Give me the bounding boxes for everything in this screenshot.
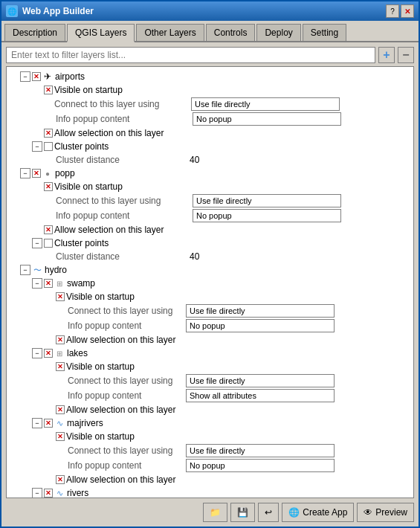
add-layer-button[interactable]: + bbox=[378, 47, 395, 63]
tab-other-layers[interactable]: Other Layers bbox=[136, 24, 204, 41]
list-item: Info popup content bbox=[7, 318, 413, 333]
create-app-label: Create App bbox=[303, 507, 347, 518]
majrivers-popup-input[interactable] bbox=[186, 459, 335, 472]
create-app-button[interactable]: 🌐 Create App bbox=[282, 503, 354, 522]
airports-popup-value-cell bbox=[193, 112, 412, 126]
list-item: Connect to this layer using bbox=[7, 443, 413, 458]
tab-setting[interactable]: Setting bbox=[303, 24, 346, 41]
swamp-selection-check[interactable]: ✕ bbox=[56, 335, 65, 344]
airports-cluster-expand[interactable]: − bbox=[32, 141, 42, 152]
airports-startup-check[interactable]: ✕ bbox=[44, 86, 53, 94]
majrivers-startup-check[interactable]: ✕ bbox=[56, 432, 65, 441]
list-item: ✕ Allow selection on this layer bbox=[7, 223, 413, 236]
list-item: Connect to this layer using bbox=[7, 373, 413, 388]
help-button[interactable]: ? bbox=[386, 4, 399, 18]
popp-selection-check[interactable]: ✕ bbox=[44, 225, 53, 234]
popp-visible-check[interactable]: ✕ bbox=[32, 169, 41, 178]
remove-layer-button[interactable]: − bbox=[398, 47, 414, 63]
list-item: ✕ Visible on startup bbox=[7, 360, 413, 373]
folder-button[interactable]: 📁 bbox=[203, 503, 227, 522]
undo-icon: ↩ bbox=[265, 507, 272, 518]
majrivers-connect-input[interactable] bbox=[186, 444, 335, 457]
undo-button[interactable]: ↩ bbox=[258, 503, 279, 522]
expand-hydro[interactable]: − bbox=[20, 265, 30, 275]
list-item: − Cluster points bbox=[7, 236, 413, 250]
tab-controls[interactable]: Controls bbox=[206, 24, 256, 41]
lakes-popup-value-cell bbox=[186, 389, 412, 402]
list-item: Cluster distance 40 bbox=[7, 250, 413, 263]
expand-popp[interactable]: − bbox=[20, 168, 30, 178]
list-item: − ✕ ⊞ swamp bbox=[7, 277, 413, 290]
save-icon: 💾 bbox=[237, 507, 248, 518]
airports-popup-label: Info popup content bbox=[56, 114, 190, 124]
swamp-label: swamp bbox=[67, 278, 95, 289]
tab-qgis-layers[interactable]: QGIS Layers bbox=[67, 24, 135, 42]
preview-label: Preview bbox=[375, 507, 407, 518]
popp-startup-check[interactable]: ✕ bbox=[44, 182, 53, 191]
window-controls: ? ✕ bbox=[386, 4, 414, 18]
expand-rivers[interactable]: − bbox=[32, 488, 42, 498]
majrivers-startup-label: Visible on startup bbox=[66, 431, 135, 442]
lakes-selection-label: Allow selection on this layer bbox=[66, 405, 175, 415]
list-item: ✕ Visible on startup bbox=[7, 430, 413, 443]
preview-icon: 👁 bbox=[364, 507, 372, 518]
popp-startup-label: Visible on startup bbox=[54, 181, 123, 192]
list-item: Info popup content bbox=[7, 458, 413, 473]
majrivers-selection-check[interactable]: ✕ bbox=[56, 475, 65, 484]
list-item: − Cluster points bbox=[7, 140, 413, 153]
tab-description[interactable]: Description bbox=[4, 24, 65, 41]
swamp-connect-label: Connect to this layer using bbox=[68, 306, 183, 316]
swamp-visible-check[interactable]: ✕ bbox=[44, 279, 53, 288]
title-bar: 🌐 Web App Builder ? ✕ bbox=[1, 1, 419, 21]
lakes-startup-check[interactable]: ✕ bbox=[56, 362, 65, 371]
airports-cluster-check[interactable] bbox=[44, 142, 53, 151]
hydro-label: hydro bbox=[45, 265, 67, 275]
majrivers-connect-value-cell bbox=[186, 444, 412, 457]
popp-cluster-dist-label: Cluster distance bbox=[56, 251, 190, 262]
expand-airports[interactable]: − bbox=[20, 71, 30, 82]
lakes-icon: ⊞ bbox=[54, 348, 65, 358]
majrivers-connect-label: Connect to this layer using bbox=[68, 445, 183, 456]
list-item: Connect to this layer using bbox=[7, 193, 413, 208]
airports-popup-input[interactable] bbox=[193, 112, 341, 126]
rivers-visible-check[interactable]: ✕ bbox=[44, 489, 53, 498]
list-item: − ✕ ⊞ lakes bbox=[7, 347, 413, 360]
swamp-startup-check[interactable]: ✕ bbox=[56, 292, 65, 301]
tab-deploy[interactable]: Deploy bbox=[256, 24, 300, 41]
layers-tree[interactable]: − ✕ ✈ airports ✕ Visible on startup Conn… bbox=[6, 66, 414, 498]
search-input[interactable] bbox=[6, 47, 375, 63]
list-item: ✕ Visible on startup bbox=[7, 290, 413, 303]
lakes-selection-check[interactable]: ✕ bbox=[56, 405, 65, 414]
popp-cluster-dist-value: 40 bbox=[190, 251, 199, 262]
swamp-connect-input[interactable] bbox=[186, 304, 335, 318]
close-button[interactable]: ✕ bbox=[401, 4, 414, 18]
lakes-connect-value-cell bbox=[186, 374, 412, 387]
list-item: Info popup content bbox=[7, 208, 413, 223]
lakes-visible-check[interactable]: ✕ bbox=[44, 349, 53, 358]
majrivers-visible-check[interactable]: ✕ bbox=[44, 419, 53, 428]
preview-button[interactable]: 👁 Preview bbox=[357, 503, 414, 522]
swamp-popup-input[interactable] bbox=[186, 319, 335, 332]
popp-popup-input[interactable] bbox=[193, 209, 341, 222]
bottom-bar: 📁 💾 ↩ 🌐 Create App 👁 Preview bbox=[1, 498, 419, 527]
save-button[interactable]: 💾 bbox=[230, 503, 255, 522]
lakes-popup-input[interactable] bbox=[186, 389, 335, 402]
expand-swamp[interactable]: − bbox=[32, 278, 42, 289]
popp-cluster-expand[interactable]: − bbox=[32, 238, 42, 248]
airports-label: airports bbox=[55, 71, 85, 82]
airports-connect-input[interactable] bbox=[191, 97, 340, 111]
expand-majrivers[interactable]: − bbox=[32, 418, 42, 428]
lakes-connect-label: Connect to this layer using bbox=[68, 376, 183, 386]
airports-startup-label: Visible on startup bbox=[54, 85, 123, 95]
swamp-popup-value-cell bbox=[186, 319, 412, 332]
expand-lakes[interactable]: − bbox=[32, 348, 42, 358]
list-item: − ✕ ● popp bbox=[7, 167, 413, 180]
swamp-connect-value-cell bbox=[186, 304, 412, 318]
create-app-icon: 🌐 bbox=[288, 507, 300, 518]
popp-cluster-check[interactable] bbox=[44, 239, 53, 248]
lakes-connect-input[interactable] bbox=[186, 374, 335, 387]
popp-connect-input[interactable] bbox=[193, 194, 341, 207]
airports-cluster-dist-label: Cluster distance bbox=[56, 155, 190, 165]
airports-visible-check[interactable]: ✕ bbox=[32, 72, 41, 81]
airports-selection-check[interactable]: ✕ bbox=[44, 129, 53, 138]
